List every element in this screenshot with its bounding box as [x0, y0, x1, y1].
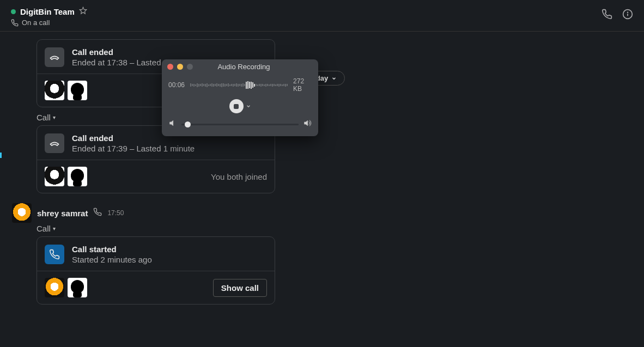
status-text: On a call — [22, 19, 50, 27]
joined-text: You both joined — [211, 172, 267, 181]
volume-high-icon[interactable] — [303, 119, 312, 130]
chevron-down-icon — [331, 76, 337, 81]
call-ended-icon — [45, 133, 64, 153]
avatar[interactable] — [12, 203, 32, 223]
presence-dot-icon — [11, 9, 16, 14]
call-status-title: Call started — [72, 245, 152, 254]
star-icon[interactable] — [79, 7, 87, 17]
volume-low-icon[interactable] — [168, 119, 177, 130]
waveform — [190, 81, 288, 89]
message-header: shrey samrat 17:50 — [12, 203, 644, 223]
file-size: 272 KB — [293, 77, 312, 93]
call-ended-icon — [45, 47, 64, 67]
volume-slider[interactable] — [181, 124, 299, 125]
audio-recording-panel[interactable]: Audio Recording 00:06 272 KB — [162, 59, 318, 136]
call-status-subtitle: Started 2 minutes ago — [72, 255, 152, 264]
avatar[interactable] — [45, 167, 64, 186]
recording-time: 00:06 — [168, 81, 185, 89]
call-status-subtitle: Ended at 17:39 – Lasted 1 minute — [72, 144, 195, 153]
call-label[interactable]: Call▾ — [37, 113, 644, 122]
svg-marker-0 — [80, 7, 87, 14]
avatar[interactable] — [68, 167, 87, 186]
call-started-icon — [45, 245, 64, 264]
channel-header: DigitBin Team On a call — [0, 0, 644, 32]
sender-name[interactable]: shrey samrat — [37, 209, 88, 218]
call-block: Call started Started 2 minutes ago Show … — [37, 236, 275, 305]
avatar[interactable] — [45, 278, 64, 297]
call-status-title: Call ended — [72, 47, 216, 57]
volume-thumb[interactable] — [185, 121, 191, 127]
stop-button[interactable] — [229, 99, 244, 113]
channel-title[interactable]: DigitBin Team — [20, 7, 75, 16]
chevron-down-icon: ▾ — [53, 114, 56, 120]
avatar[interactable] — [68, 81, 87, 100]
call-status-row[interactable]: On a call — [11, 19, 87, 27]
close-icon[interactable] — [167, 64, 173, 70]
show-call-button[interactable]: Show call — [213, 279, 267, 297]
participant-avatars — [45, 167, 87, 186]
call-label[interactable]: Call▾ — [37, 224, 644, 233]
chevron-down-icon: ▾ — [53, 226, 56, 232]
avatar[interactable] — [45, 81, 64, 100]
phone-icon[interactable] — [602, 9, 612, 22]
svg-point-3 — [628, 12, 628, 13]
huddle-icon[interactable] — [93, 208, 102, 218]
chevron-down-icon[interactable] — [246, 101, 251, 111]
participant-avatars — [45, 81, 87, 100]
message-time: 17:50 — [107, 209, 124, 217]
participant-avatars — [45, 278, 87, 297]
info-icon[interactable] — [622, 9, 633, 22]
avatar[interactable] — [68, 278, 87, 297]
panel-title: Audio Recording — [175, 63, 313, 71]
